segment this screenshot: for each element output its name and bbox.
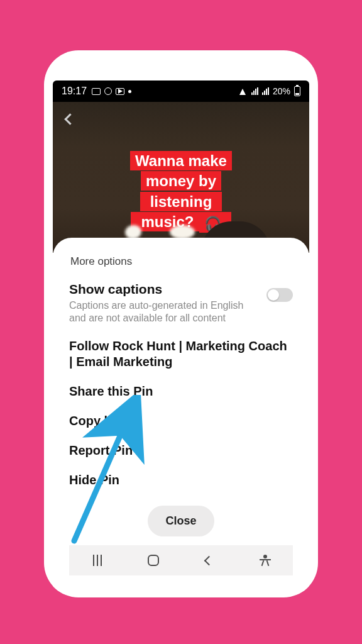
captions-subtitle: Captions are auto-generated in English a…: [69, 299, 258, 325]
record-icon: [104, 87, 112, 95]
back-icon: [204, 555, 214, 565]
nav-recents-button[interactable]: [79, 555, 116, 566]
signal-icon-1: [251, 87, 258, 95]
option-report[interactable]: Report Pin: [69, 443, 293, 458]
status-right: 20%: [238, 86, 300, 96]
signal-icon-2: [262, 87, 269, 95]
status-left: 19:17: [62, 86, 131, 97]
option-follow[interactable]: Follow Rock Hunt | Marketing Coach | Ema…: [69, 338, 293, 370]
close-button[interactable]: Close: [148, 506, 214, 536]
more-dot-icon: [128, 90, 131, 93]
chevron-left-icon: [64, 113, 75, 125]
android-nav-bar: [69, 545, 293, 575]
battery-text: 20%: [273, 86, 290, 96]
video-banner: Wanna make money by listening music?🎧: [117, 151, 245, 233]
captions-text: Show captions Captions are auto-generate…: [69, 282, 258, 325]
option-copy-link[interactable]: Copy link: [69, 413, 293, 429]
accessibility-icon: [260, 555, 271, 566]
nav-accessibility-button[interactable]: [246, 555, 284, 566]
sheet-title: More options: [70, 255, 293, 268]
banner-line-1: Wanna make money by: [130, 151, 232, 191]
status-bar: 19:17 20%: [53, 80, 309, 102]
status-notif-icons: [92, 87, 131, 95]
captions-title: Show captions: [69, 282, 258, 297]
nav-home-button[interactable]: [134, 555, 172, 566]
recents-icon: [93, 555, 102, 566]
phone-frame: 19:17 20%: [44, 50, 318, 597]
captions-toggle[interactable]: [266, 288, 293, 302]
captions-row[interactable]: Show captions Captions are auto-generate…: [69, 282, 293, 325]
wifi-icon: [238, 87, 248, 95]
nav-back-button[interactable]: [190, 557, 228, 564]
home-icon: [148, 555, 159, 566]
picture-icon: [92, 88, 101, 95]
more-options-sheet: More options Show captions Captions are …: [53, 238, 309, 591]
video-light-2: [170, 225, 195, 239]
youtube-icon: [116, 88, 124, 95]
back-button[interactable]: [59, 108, 80, 130]
option-hide[interactable]: Hide Pin: [69, 472, 293, 488]
phone-screen: 19:17 20%: [53, 80, 309, 591]
status-time: 19:17: [62, 86, 87, 97]
battery-icon: [294, 86, 300, 96]
video-preview: Wanna make money by listening music?🎧: [53, 102, 309, 253]
option-share[interactable]: Share this Pin: [69, 384, 293, 399]
